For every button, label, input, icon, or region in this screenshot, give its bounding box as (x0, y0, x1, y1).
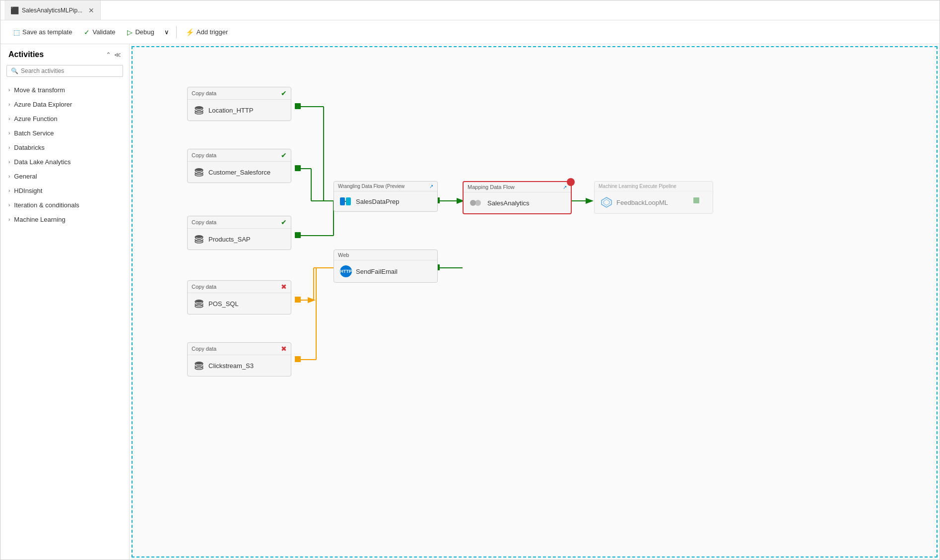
node-name: Customer_Salesforce (208, 169, 270, 176)
chevron-right-icon: › (8, 174, 10, 179)
svg-marker-40 (602, 197, 611, 207)
node-name: SendFailEmail (356, 268, 398, 275)
status-error-icon: ✖ (281, 283, 287, 291)
node-wrangling-dataflow[interactable]: Wrangling Data Flow (Preview ↗ SalesData… (334, 181, 438, 212)
node-customer-salesforce[interactable]: Copy data ✔ Customer_Salesforce (187, 149, 291, 183)
search-input[interactable] (21, 67, 119, 74)
node-products-sap[interactable]: Copy data ✔ Products_SAP (187, 216, 291, 250)
sidebar-item-azure-function[interactable]: › Azure Function (0, 112, 129, 126)
sidebar-item-machine-learning[interactable]: › Machine Learning (0, 212, 129, 227)
status-error-icon: ✖ (281, 345, 287, 353)
node-body-ml: FeedbackLoopML (595, 191, 713, 213)
sidebar-item-label: Move & transform (14, 86, 65, 94)
svg-rect-35 (340, 197, 345, 205)
validate-icon: ✓ (84, 28, 90, 36)
search-box[interactable]: 🔍 (6, 65, 123, 77)
sidebar-item-label: Data Lake Analytics (14, 158, 70, 166)
node-header-wrangling: Wrangling Data Flow (Preview ↗ (334, 182, 437, 191)
svg-rect-18 (295, 232, 301, 238)
pipeline-canvas[interactable]: Copy data ✔ Location_HTTP Copy data (132, 46, 938, 558)
node-clickstream-s3[interactable]: Copy data ✖ Clickstream_S3 (187, 342, 291, 376)
add-trigger-button[interactable]: ⚡ Add trigger (181, 26, 233, 39)
node-header-ml: Machine Learning Execute Pipeline (595, 182, 713, 191)
sidebar-item-label: Batch Service (14, 129, 54, 137)
node-header-web: Web (334, 250, 437, 260)
svg-rect-16 (295, 103, 301, 109)
chevron-right-icon: › (8, 87, 10, 93)
sidebar-item-batch-service[interactable]: › Batch Service (0, 126, 129, 140)
node-header-copy4: Copy data ✖ (188, 281, 291, 293)
node-name: Location_HTTP (208, 107, 253, 114)
node-body-mapping: SalesAnalytics (464, 192, 571, 213)
debug-dropdown-button[interactable]: ∨ (161, 26, 172, 38)
pipeline-icon: ⬛ (10, 6, 19, 14)
svg-marker-41 (604, 199, 609, 205)
sidebar-item-label: General (14, 173, 37, 180)
node-body-copy3: Products_SAP (188, 229, 291, 249)
toolbar: ⬚ Save as template ✓ Validate ▷ Debug ∨ … (0, 20, 940, 44)
node-name: Products_SAP (208, 236, 251, 243)
node-pos-sql[interactable]: Copy data ✖ POS_SQL (187, 280, 291, 314)
debug-icon: ▷ (127, 28, 133, 36)
svg-point-39 (475, 200, 481, 206)
save-template-icon: ⬚ (13, 28, 20, 36)
node-body-copy2: Customer_Salesforce (188, 162, 291, 183)
trigger-icon: ⚡ (186, 28, 194, 36)
node-header-mapping: Mapping Data Flow ↗ (464, 182, 571, 192)
node-name: POS_SQL (208, 300, 239, 308)
external-link-icon[interactable]: ↗ (563, 185, 567, 190)
node-machine-learning[interactable]: Machine Learning Execute Pipeline Feedba… (594, 181, 713, 214)
chevron-right-icon: › (8, 102, 10, 107)
chevron-right-icon: › (8, 202, 10, 208)
node-web-send-fail-email[interactable]: Web HTTP SendFailEmail (334, 249, 438, 283)
sidebar-item-label: HDInsight (14, 187, 42, 194)
database-icon (194, 105, 204, 116)
sidebar-item-label: Databricks (14, 144, 44, 151)
node-location-http[interactable]: Copy data ✔ Location_HTTP (187, 87, 291, 121)
database-icon (194, 360, 204, 371)
content-area: Activities ⌃ ≪ 🔍 › Move & transform › Az… (0, 44, 940, 560)
svg-rect-20 (295, 356, 301, 362)
tab-close-button[interactable]: ✕ (88, 6, 94, 14)
sidebar-toggle-icon[interactable]: ≪ (114, 51, 121, 59)
sidebar-item-label: Azure Function (14, 115, 57, 123)
node-body-web: HTTP SendFailEmail (334, 260, 437, 282)
error-dot (567, 178, 575, 186)
svg-point-33 (195, 362, 203, 365)
external-link-icon[interactable]: ↗ (429, 184, 433, 189)
node-header-copy5: Copy data ✖ (188, 343, 291, 355)
database-icon (194, 234, 204, 245)
sidebar-item-general[interactable]: › General (0, 169, 129, 184)
database-icon (194, 298, 204, 309)
validate-button[interactable]: ✓ Validate (79, 26, 120, 39)
sidebar-item-move-transform[interactable]: › Move & transform (0, 83, 129, 97)
chevron-right-icon: › (8, 188, 10, 193)
sidebar-item-hdinsight[interactable]: › HDInsight (0, 184, 129, 198)
sidebar: Activities ⌃ ≪ 🔍 › Move & transform › Az… (0, 44, 130, 560)
node-name: SalesAnalytics (487, 199, 530, 207)
app-container: ⬛ SalesAnalyticsMLPip... ✕ ⬚ Save as tem… (0, 0, 940, 560)
sidebar-item-data-lake-analytics[interactable]: › Data Lake Analytics (0, 155, 129, 169)
tab-item[interactable]: ⬛ SalesAnalyticsMLPip... ✕ (4, 0, 101, 20)
sidebar-title: Activities (8, 50, 44, 59)
node-body-copy5: Clickstream_S3 (188, 355, 291, 376)
http-icon: HTTP (340, 265, 352, 277)
save-as-template-button[interactable]: ⬚ Save as template (8, 26, 77, 39)
svg-point-27 (195, 168, 203, 171)
chevron-right-icon: › (8, 130, 10, 136)
collapse-icon[interactable]: ⌃ (106, 51, 111, 59)
chevron-right-icon: › (8, 217, 10, 222)
chevron-right-icon: › (8, 116, 10, 122)
svg-point-31 (195, 300, 203, 303)
sidebar-item-iteration-conditionals[interactable]: › Iteration & conditionals (0, 198, 129, 212)
status-check-icon: ✔ (281, 89, 287, 97)
debug-button[interactable]: ▷ Debug (122, 26, 159, 39)
node-mapping-dataflow[interactable]: Mapping Data Flow ↗ SalesAnalytics (463, 181, 572, 214)
node-header-copy1: Copy data ✔ (188, 87, 291, 100)
chevron-down-icon: ∨ (164, 28, 169, 36)
sidebar-item-azure-data-explorer[interactable]: › Azure Data Explorer (0, 97, 129, 112)
sidebar-item-databricks[interactable]: › Databricks (0, 140, 129, 155)
svg-rect-36 (346, 197, 351, 205)
svg-rect-17 (295, 165, 301, 171)
ml-icon (601, 196, 612, 208)
